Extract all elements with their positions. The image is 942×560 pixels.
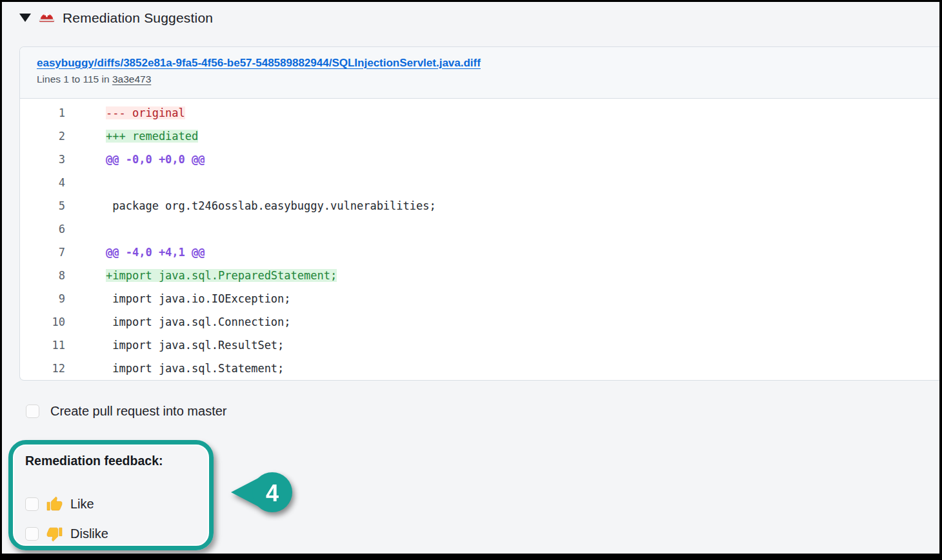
diff-row: 7@@ -4,0 +4,1 @@: [20, 241, 939, 264]
diff-row: 11 import java.sql.ResultSet;: [20, 334, 939, 357]
line-number: 8: [20, 264, 65, 287]
code-cell: import java.io.IOException;: [65, 292, 291, 305]
lines-info-text: Lines 1 to 115 in: [37, 74, 112, 85]
code-text: import java.sql.ResultSet;: [106, 339, 284, 352]
dislike-checkbox[interactable]: [25, 527, 39, 541]
line-number: 12: [20, 357, 65, 380]
line-number: 3: [20, 148, 65, 171]
diff-row: 1--- original: [20, 101, 939, 125]
code-cell: +++ remediated: [65, 130, 198, 143]
annotation-callout-4: 4: [228, 466, 297, 521]
code-cell: import java.sql.Statement;: [65, 362, 284, 375]
code-text: import java.sql.Connection;: [106, 315, 291, 328]
diff-row: 2+++ remediated: [20, 125, 939, 148]
feedback-option-like: Like: [25, 495, 209, 513]
line-number: 9: [20, 287, 65, 310]
screenshot-frame: Remediation Suggestion easybuggy/diffs/3…: [0, 0, 942, 560]
code-cell: import java.sql.ResultSet;: [65, 339, 284, 352]
code-cell: --- original: [65, 106, 185, 119]
dislike-label: Dislike: [70, 526, 108, 541]
create-pr-label: Create pull request into master: [50, 404, 226, 419]
code-text: import java.io.IOException;: [106, 292, 291, 305]
section-header: Remediation Suggestion: [19, 9, 213, 26]
create-pr-row: Create pull request into master: [26, 404, 226, 419]
thumbs-up-icon: [46, 496, 63, 512]
diff-code-rows: 1--- original2+++ remediated3@@ -0,0 +0,…: [20, 99, 939, 380]
line-number: 10: [20, 310, 65, 334]
code-cell: +import java.sql.PreparedStatement;: [65, 269, 337, 282]
code-cell: import java.sql.Connection;: [65, 315, 291, 328]
code-text: package org.t246osslab.easybuggy.vulnera…: [106, 199, 436, 212]
diff-row: 5 package org.t246osslab.easybuggy.vulne…: [20, 194, 939, 217]
diff-panel: easybuggy/diffs/3852e81a-9fa5-4f56-be57-…: [19, 46, 939, 381]
diff-row: 6: [20, 217, 939, 241]
code-cell: [65, 176, 112, 189]
code-text: +++ remediated: [106, 130, 198, 143]
line-number: 11: [20, 334, 65, 357]
annotation-number: 4: [266, 480, 279, 506]
code-text: @@ -4,0 +4,1 @@: [106, 246, 205, 259]
line-number: 1: [20, 101, 65, 125]
line-number: 4: [20, 171, 65, 194]
section-title: Remediation Suggestion: [63, 10, 213, 26]
create-pr-checkbox[interactable]: [26, 405, 39, 418]
commit-ref-link[interactable]: 3a3e473: [112, 74, 151, 85]
line-number: 7: [20, 241, 65, 264]
rescue-helmet-icon: [38, 9, 55, 26]
diff-panel-header: easybuggy/diffs/3852e81a-9fa5-4f56-be57-…: [20, 47, 939, 99]
code-cell: @@ -4,0 +4,1 @@: [65, 246, 205, 259]
diff-row: 10 import java.sql.Connection;: [20, 310, 939, 334]
code-text: --- original: [106, 106, 185, 119]
feedback-title: Remediation feedback:: [25, 454, 209, 468]
diff-row: 9 import java.io.IOException;: [20, 287, 939, 310]
line-number: 2: [20, 125, 65, 148]
diff-file-link[interactable]: easybuggy/diffs/3852e81a-9fa5-4f56-be57-…: [37, 57, 481, 70]
thumbs-down-icon: [46, 526, 63, 542]
code-text: @@ -0,0 +0,0 @@: [106, 153, 205, 166]
feedback-options: LikeDislike: [25, 495, 209, 543]
code-cell: package org.t246osslab.easybuggy.vulnera…: [65, 199, 436, 212]
diff-row: 8+import java.sql.PreparedStatement;: [20, 264, 939, 287]
code-text: import java.sql.Statement;: [106, 362, 284, 375]
code-cell: [65, 223, 112, 235]
like-checkbox[interactable]: [25, 497, 39, 511]
line-number: 6: [20, 217, 65, 241]
feedback-option-dislike: Dislike: [25, 525, 209, 543]
code-cell: @@ -0,0 +0,0 @@: [65, 153, 205, 166]
diff-row: 12 import java.sql.Statement;: [20, 357, 939, 380]
remediation-feedback-box: Remediation feedback: LikeDislike: [8, 440, 214, 550]
diff-row: 3@@ -0,0 +0,0 @@: [20, 148, 939, 171]
diff-row: 4: [20, 171, 939, 194]
code-text: +import java.sql.PreparedStatement;: [106, 269, 337, 282]
like-label: Like: [70, 497, 94, 512]
collapse-triangle-icon[interactable]: [19, 14, 31, 22]
line-number: 5: [20, 194, 65, 217]
lines-info: Lines 1 to 115 in 3a3e473: [37, 74, 929, 85]
